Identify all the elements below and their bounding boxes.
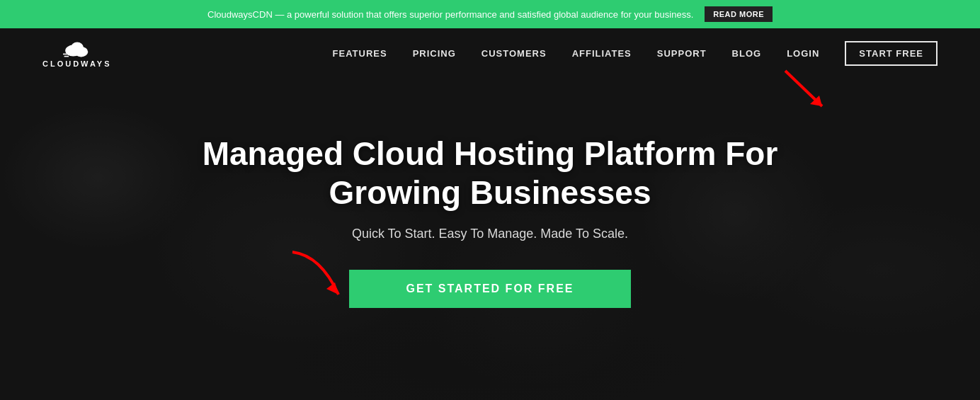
nav-item-customers[interactable]: CUSTOMERS bbox=[482, 47, 547, 59]
logo-text: CLOUDWAYS bbox=[42, 59, 112, 68]
nav-item-login[interactable]: LOGIN bbox=[787, 47, 819, 59]
nav-item-features[interactable]: FEATURES bbox=[333, 47, 387, 59]
navbar: CLOUDWAYS FEATURES PRICING CUSTOMERS AFF… bbox=[0, 28, 980, 78]
nav-item-pricing[interactable]: PRICING bbox=[413, 47, 456, 59]
nav-link-features[interactable]: FEATURES bbox=[333, 48, 387, 59]
nav-link-affiliates[interactable]: AFFILIATES bbox=[572, 48, 632, 59]
nav-item-affiliates[interactable]: AFFILIATES bbox=[572, 47, 632, 59]
nav-item-blog[interactable]: BLOG bbox=[732, 47, 762, 59]
banner-text: CloudwaysCDN — a powerful solution that … bbox=[207, 9, 693, 20]
red-arrow-cta-icon bbox=[278, 248, 356, 305]
nav-item-support[interactable]: SUPPORT bbox=[657, 47, 707, 59]
hero-title: Managed Cloud Hosting Platform For Growi… bbox=[171, 135, 809, 212]
top-banner: CloudwaysCDN — a powerful solution that … bbox=[0, 0, 980, 28]
nav-link-support[interactable]: SUPPORT bbox=[657, 48, 707, 59]
svg-point-2 bbox=[71, 42, 84, 52]
read-more-button[interactable]: READ MORE bbox=[705, 6, 773, 22]
hero-content: Managed Cloud Hosting Platform For Growi… bbox=[0, 78, 980, 308]
hero-section: CLOUDWAYS FEATURES PRICING CUSTOMERS AFF… bbox=[0, 28, 980, 400]
cta-area: GET STARTED FOR FREE bbox=[349, 270, 630, 308]
hero-subtitle: Quick To Start. Easy To Manage. Made To … bbox=[352, 227, 628, 241]
nav-link-customers[interactable]: CUSTOMERS bbox=[482, 48, 547, 59]
get-started-button[interactable]: GET STARTED FOR FREE bbox=[349, 270, 630, 308]
nav-links: FEATURES PRICING CUSTOMERS AFFILIATES SU… bbox=[333, 41, 938, 66]
cloud-logo-icon bbox=[63, 38, 91, 58]
nav-link-login[interactable]: LOGIN bbox=[787, 48, 819, 59]
nav-link-blog[interactable]: BLOG bbox=[732, 48, 762, 59]
nav-link-pricing[interactable]: PRICING bbox=[413, 48, 456, 59]
logo-link[interactable]: CLOUDWAYS bbox=[42, 38, 112, 68]
arrow-cta bbox=[278, 248, 356, 308]
start-free-button[interactable]: START FREE bbox=[845, 41, 938, 66]
nav-item-startfree[interactable]: START FREE bbox=[845, 41, 938, 66]
